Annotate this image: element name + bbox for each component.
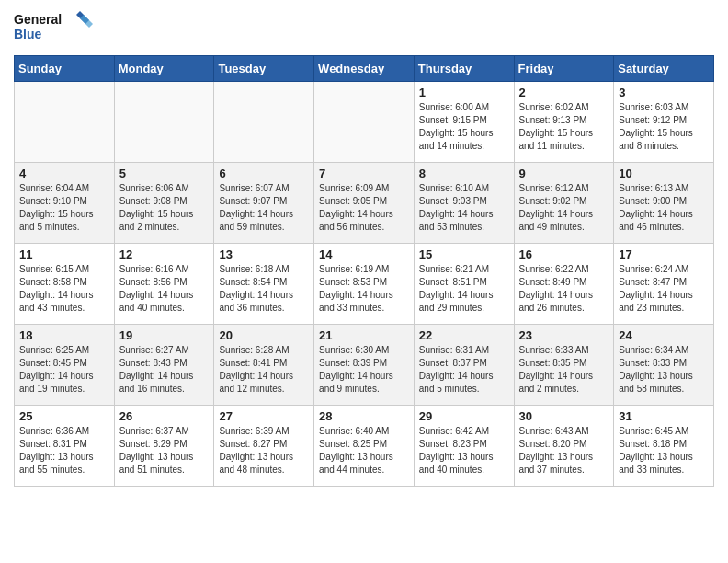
day-info: Sunrise: 6:02 AM Sunset: 9:13 PM Dayligh… (519, 101, 609, 153)
calendar-table: SundayMondayTuesdayWednesdayThursdayFrid… (14, 55, 714, 487)
day-number: 30 (519, 409, 609, 423)
calendar-week-3: 11Sunrise: 6:15 AM Sunset: 8:58 PM Dayli… (15, 244, 714, 325)
day-info: Sunrise: 6:30 AM Sunset: 8:39 PM Dayligh… (319, 344, 409, 396)
calendar-week-1: 1Sunrise: 6:00 AM Sunset: 9:15 PM Daylig… (15, 82, 714, 163)
day-info: Sunrise: 6:06 AM Sunset: 9:08 PM Dayligh… (119, 182, 210, 234)
day-number: 2 (519, 86, 609, 99)
day-number: 12 (119, 247, 210, 261)
day-number: 22 (419, 328, 509, 342)
day-info: Sunrise: 6:43 AM Sunset: 8:20 PM Dayligh… (519, 425, 609, 477)
day-info: Sunrise: 6:19 AM Sunset: 8:53 PM Dayligh… (319, 263, 409, 315)
calendar-cell: 10Sunrise: 6:13 AM Sunset: 9:00 PM Dayli… (614, 163, 714, 244)
day-number: 10 (619, 167, 709, 180)
day-header-friday: Friday (514, 56, 614, 82)
svg-text:General: General (14, 12, 62, 27)
day-info: Sunrise: 6:10 AM Sunset: 9:03 PM Dayligh… (419, 182, 509, 234)
day-info: Sunrise: 6:21 AM Sunset: 8:51 PM Dayligh… (419, 263, 509, 315)
day-number: 14 (319, 247, 409, 261)
calendar-cell: 2Sunrise: 6:02 AM Sunset: 9:13 PM Daylig… (514, 82, 614, 163)
calendar-cell: 9Sunrise: 6:12 AM Sunset: 9:02 PM Daylig… (514, 163, 614, 244)
day-header-saturday: Saturday (614, 56, 714, 82)
day-number: 5 (119, 167, 210, 180)
calendar-week-5: 25Sunrise: 6:36 AM Sunset: 8:31 PM Dayli… (15, 406, 714, 487)
day-info: Sunrise: 6:27 AM Sunset: 8:43 PM Dayligh… (119, 344, 210, 396)
day-info: Sunrise: 6:09 AM Sunset: 9:05 PM Dayligh… (319, 182, 409, 234)
calendar-cell: 27Sunrise: 6:39 AM Sunset: 8:27 PM Dayli… (214, 406, 314, 487)
logo-svg: General Blue (14, 9, 97, 48)
day-info: Sunrise: 6:12 AM Sunset: 9:02 PM Dayligh… (519, 182, 609, 234)
calendar-cell (114, 82, 214, 163)
calendar-cell (214, 82, 314, 163)
day-header-tuesday: Tuesday (214, 56, 314, 82)
day-number: 25 (19, 409, 109, 423)
day-number: 6 (219, 167, 309, 180)
day-number: 7 (319, 167, 409, 180)
calendar-cell: 25Sunrise: 6:36 AM Sunset: 8:31 PM Dayli… (15, 406, 115, 487)
days-of-week-row: SundayMondayTuesdayWednesdayThursdayFrid… (15, 56, 714, 82)
day-info: Sunrise: 6:39 AM Sunset: 8:27 PM Dayligh… (219, 425, 309, 477)
calendar-cell: 5Sunrise: 6:06 AM Sunset: 9:08 PM Daylig… (114, 163, 214, 244)
page-header: General Blue (14, 9, 714, 48)
day-info: Sunrise: 6:00 AM Sunset: 9:15 PM Dayligh… (419, 101, 509, 153)
day-number: 17 (619, 247, 709, 261)
day-info: Sunrise: 6:34 AM Sunset: 8:33 PM Dayligh… (619, 344, 709, 396)
calendar-cell: 11Sunrise: 6:15 AM Sunset: 8:58 PM Dayli… (15, 244, 115, 325)
calendar-cell: 23Sunrise: 6:33 AM Sunset: 8:35 PM Dayli… (514, 325, 614, 406)
calendar-header: SundayMondayTuesdayWednesdayThursdayFrid… (15, 56, 714, 82)
day-info: Sunrise: 6:22 AM Sunset: 8:49 PM Dayligh… (519, 263, 609, 315)
day-info: Sunrise: 6:45 AM Sunset: 8:18 PM Dayligh… (619, 425, 709, 477)
day-info: Sunrise: 6:13 AM Sunset: 9:00 PM Dayligh… (619, 182, 709, 234)
day-info: Sunrise: 6:15 AM Sunset: 8:58 PM Dayligh… (19, 263, 109, 315)
day-number: 3 (619, 86, 709, 99)
day-info: Sunrise: 6:40 AM Sunset: 8:25 PM Dayligh… (319, 425, 409, 477)
calendar-body: 1Sunrise: 6:00 AM Sunset: 9:15 PM Daylig… (15, 82, 714, 487)
day-info: Sunrise: 6:18 AM Sunset: 8:54 PM Dayligh… (219, 263, 309, 315)
day-header-monday: Monday (114, 56, 214, 82)
calendar-cell: 30Sunrise: 6:43 AM Sunset: 8:20 PM Dayli… (514, 406, 614, 487)
calendar-cell: 3Sunrise: 6:03 AM Sunset: 9:12 PM Daylig… (614, 82, 714, 163)
day-number: 18 (19, 328, 109, 342)
calendar-cell: 15Sunrise: 6:21 AM Sunset: 8:51 PM Dayli… (414, 244, 514, 325)
calendar-cell: 17Sunrise: 6:24 AM Sunset: 8:47 PM Dayli… (614, 244, 714, 325)
calendar-cell: 18Sunrise: 6:25 AM Sunset: 8:45 PM Dayli… (15, 325, 115, 406)
day-number: 26 (119, 409, 210, 423)
calendar-cell: 7Sunrise: 6:09 AM Sunset: 9:05 PM Daylig… (314, 163, 415, 244)
day-header-thursday: Thursday (414, 56, 514, 82)
day-number: 20 (219, 328, 309, 342)
calendar-cell: 20Sunrise: 6:28 AM Sunset: 8:41 PM Dayli… (214, 325, 314, 406)
day-number: 9 (519, 167, 609, 180)
day-info: Sunrise: 6:16 AM Sunset: 8:56 PM Dayligh… (119, 263, 210, 315)
calendar-week-4: 18Sunrise: 6:25 AM Sunset: 8:45 PM Dayli… (15, 325, 714, 406)
calendar-cell: 31Sunrise: 6:45 AM Sunset: 8:18 PM Dayli… (614, 406, 714, 487)
calendar-cell: 1Sunrise: 6:00 AM Sunset: 9:15 PM Daylig… (414, 82, 514, 163)
calendar-cell: 24Sunrise: 6:34 AM Sunset: 8:33 PM Dayli… (614, 325, 714, 406)
calendar-cell (15, 82, 115, 163)
day-number: 21 (319, 328, 409, 342)
day-number: 1 (419, 86, 509, 99)
day-number: 29 (419, 409, 509, 423)
day-info: Sunrise: 6:04 AM Sunset: 9:10 PM Dayligh… (19, 182, 109, 234)
calendar-cell: 6Sunrise: 6:07 AM Sunset: 9:07 PM Daylig… (214, 163, 314, 244)
day-number: 23 (519, 328, 609, 342)
day-number: 19 (119, 328, 210, 342)
calendar-cell: 29Sunrise: 6:42 AM Sunset: 8:23 PM Dayli… (414, 406, 514, 487)
day-info: Sunrise: 6:25 AM Sunset: 8:45 PM Dayligh… (19, 344, 109, 396)
day-number: 16 (519, 247, 609, 261)
calendar-week-2: 4Sunrise: 6:04 AM Sunset: 9:10 PM Daylig… (15, 163, 714, 244)
calendar-cell: 28Sunrise: 6:40 AM Sunset: 8:25 PM Dayli… (314, 406, 415, 487)
svg-marker-3 (80, 15, 93, 28)
day-number: 27 (219, 409, 309, 423)
calendar-cell: 22Sunrise: 6:31 AM Sunset: 8:37 PM Dayli… (414, 325, 514, 406)
day-info: Sunrise: 6:31 AM Sunset: 8:37 PM Dayligh… (419, 344, 509, 396)
day-info: Sunrise: 6:36 AM Sunset: 8:31 PM Dayligh… (19, 425, 109, 477)
day-info: Sunrise: 6:42 AM Sunset: 8:23 PM Dayligh… (419, 425, 509, 477)
day-number: 13 (219, 247, 309, 261)
day-number: 15 (419, 247, 509, 261)
day-info: Sunrise: 6:28 AM Sunset: 8:41 PM Dayligh… (219, 344, 309, 396)
calendar-cell (314, 82, 415, 163)
calendar-cell: 13Sunrise: 6:18 AM Sunset: 8:54 PM Dayli… (214, 244, 314, 325)
calendar-cell: 4Sunrise: 6:04 AM Sunset: 9:10 PM Daylig… (15, 163, 115, 244)
day-number: 11 (19, 247, 109, 261)
day-info: Sunrise: 6:07 AM Sunset: 9:07 PM Dayligh… (219, 182, 309, 234)
day-info: Sunrise: 6:37 AM Sunset: 8:29 PM Dayligh… (119, 425, 210, 477)
